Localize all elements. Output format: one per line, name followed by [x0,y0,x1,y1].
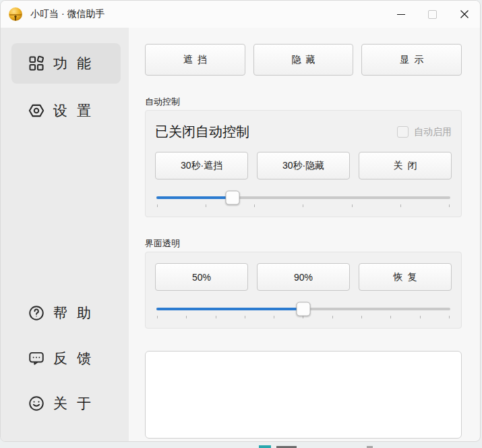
sidebar-item-features[interactable]: 功能 [11,43,121,84]
checkbox-icon [397,126,409,138]
minimize-icon [397,14,405,15]
transparency-buttons-row: 50% 90% 恢复 [155,263,452,291]
transparency-section-label: 界面透明 [145,237,462,250]
smiley-face-icon [28,395,45,412]
auto-control-buttons-row: 30秒·遮挡 30秒·隐藏 关闭 [155,152,452,179]
slider-tick [216,316,216,318]
main-content: 遮挡 隐藏 显示 自动控制 已关闭自动控制 自动启用 30秒·遮挡 30秒·隐藏… [129,28,480,441]
sidebar-item-label: 帮助 [53,304,100,323]
cover-button[interactable]: 遮挡 [145,44,245,76]
opacity-restore-button[interactable]: 恢复 [359,263,452,291]
cover-30s-button[interactable]: 30秒·遮挡 [155,152,248,179]
auto-enable-checkbox-label: 自动启用 [414,126,452,138]
slider-tick [400,204,401,207]
slider-tick [449,204,450,207]
slider-tick [390,316,391,318]
auto-control-off-button[interactable]: 关闭 [359,152,452,179]
slider-track[interactable] [156,196,450,199]
window-controls [385,1,480,28]
app-bell-icon [7,6,24,22]
hide-30s-button[interactable]: 30秒·隐藏 [257,152,350,179]
maximize-button[interactable] [417,1,448,28]
slider-tick [303,316,303,318]
slider-tick [352,204,353,207]
sidebar-bottom-group: 帮助 反馈 [1,293,129,428]
transparency-panel: 50% 90% 恢复 [145,252,462,329]
hexagon-nut-settings-icon [28,102,45,119]
slider-tick [157,316,158,318]
transparency-slider[interactable] [156,308,450,318]
sidebar-item-label: 反馈 [53,349,100,368]
hide-button[interactable]: 隐藏 [253,44,354,76]
close-icon [460,9,469,19]
sidebar-item-about[interactable]: 关于 [11,383,121,424]
taskbar-app-speck-teal [259,445,271,448]
quick-actions-row: 遮挡 隐藏 显示 [145,44,462,76]
opacity-50-button[interactable]: 50% [155,263,248,291]
auto-enable-checkbox[interactable]: 自动启用 [397,126,452,138]
app-window: 小叮当 · 微信助手 [0,0,481,442]
slider-tick [274,316,274,318]
minimize-button[interactable] [385,1,417,28]
sidebar-item-label: 设置 [53,101,100,120]
auto-control-status-heading: 已关闭自动控制 [155,123,249,141]
slider-thumb[interactable] [226,191,240,205]
auto-control-slider[interactable] [156,196,450,207]
feedback-bubble-icon [28,349,45,367]
apps-grid-icon [28,55,45,72]
close-button[interactable] [448,1,480,28]
taskbar-sliver [0,442,482,448]
slider-track[interactable] [156,308,450,310]
help-circle-icon [28,304,45,322]
slider-tick [361,316,362,318]
auto-control-panel: 已关闭自动控制 自动启用 30秒·遮挡 30秒·隐藏 关闭 [145,110,462,217]
sidebar-item-feedback[interactable]: 反馈 [11,338,121,379]
slider-fill [156,308,303,310]
slider-tick [303,204,303,207]
show-button[interactable]: 显示 [361,44,462,76]
slider-tick [206,204,206,207]
sidebar-item-label: 功能 [53,54,100,73]
auto-control-section-label: 自动控制 [145,96,462,108]
slider-tick [157,204,158,207]
slider-fill [156,196,233,199]
slider-tick [332,316,333,318]
slider-ticks [156,204,450,207]
slider-ticks [156,316,450,318]
slider-tick [420,316,421,318]
slider-tick [449,316,450,318]
sidebar-item-label: 关于 [53,394,100,413]
sidebar-item-settings[interactable]: 设置 [11,90,121,131]
title-bar: 小叮当 · 微信助手 [1,1,480,28]
slider-tick [254,204,255,207]
sidebar: 功能 设置 [1,28,129,441]
opacity-90-button[interactable]: 90% [257,263,350,291]
slider-tick [245,316,245,318]
log-textarea[interactable] [145,351,462,439]
sidebar-item-help[interactable]: 帮助 [11,293,121,333]
slider-thumb[interactable] [297,302,311,316]
window-title: 小叮当 · 微信助手 [30,8,104,20]
maximize-icon [428,10,437,19]
slider-tick [186,316,187,318]
